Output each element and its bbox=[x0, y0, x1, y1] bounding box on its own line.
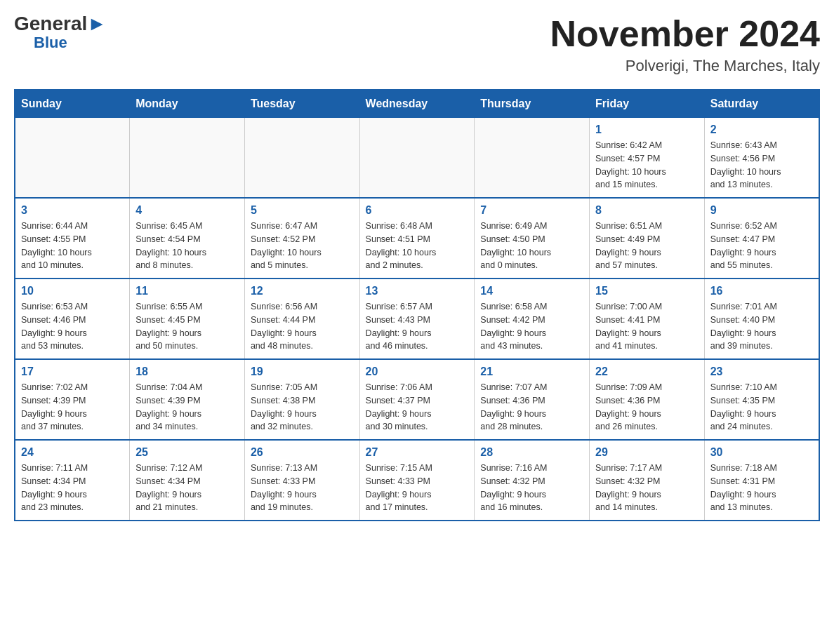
day-info: Sunrise: 7:04 AM Sunset: 4:39 PM Dayligh… bbox=[135, 381, 239, 434]
calendar-cell: 11Sunrise: 6:55 AM Sunset: 4:45 PM Dayli… bbox=[130, 279, 245, 359]
day-number: 21 bbox=[480, 365, 583, 378]
calendar-header-row: SundayMondayTuesdayWednesdayThursdayFrid… bbox=[15, 90, 819, 118]
day-number: 29 bbox=[595, 446, 699, 459]
day-info: Sunrise: 6:52 AM Sunset: 4:47 PM Dayligh… bbox=[710, 220, 813, 272]
calendar-cell: 26Sunrise: 7:13 AM Sunset: 4:33 PM Dayli… bbox=[244, 440, 359, 521]
day-of-week-header: Wednesday bbox=[359, 90, 475, 118]
calendar-cell: 14Sunrise: 6:58 AM Sunset: 4:42 PM Dayli… bbox=[475, 279, 590, 359]
calendar-cell: 19Sunrise: 7:05 AM Sunset: 4:38 PM Dayli… bbox=[244, 359, 359, 440]
day-number: 10 bbox=[21, 285, 124, 297]
day-of-week-header: Sunday bbox=[15, 90, 130, 118]
calendar-cell: 30Sunrise: 7:18 AM Sunset: 4:31 PM Dayli… bbox=[704, 440, 819, 521]
day-info: Sunrise: 6:44 AM Sunset: 4:55 PM Dayligh… bbox=[21, 220, 124, 272]
day-number: 7 bbox=[480, 204, 583, 217]
day-info: Sunrise: 7:11 AM Sunset: 4:34 PM Dayligh… bbox=[21, 462, 124, 514]
calendar-cell: 23Sunrise: 7:10 AM Sunset: 4:35 PM Dayli… bbox=[704, 359, 819, 440]
calendar-cell: 17Sunrise: 7:02 AM Sunset: 4:39 PM Dayli… bbox=[15, 359, 130, 440]
day-info: Sunrise: 7:12 AM Sunset: 4:34 PM Dayligh… bbox=[135, 462, 239, 514]
day-number: 11 bbox=[135, 285, 239, 297]
day-number: 1 bbox=[595, 123, 699, 136]
calendar-cell: 27Sunrise: 7:15 AM Sunset: 4:33 PM Dayli… bbox=[359, 440, 475, 521]
calendar-cell: 21Sunrise: 7:07 AM Sunset: 4:36 PM Dayli… bbox=[475, 359, 590, 440]
day-number: 16 bbox=[710, 285, 813, 297]
calendar-cell: 3Sunrise: 6:44 AM Sunset: 4:55 PM Daylig… bbox=[15, 198, 130, 279]
day-number: 17 bbox=[21, 365, 124, 378]
day-number: 18 bbox=[135, 365, 239, 378]
calendar-week-row: 1Sunrise: 6:42 AM Sunset: 4:57 PM Daylig… bbox=[15, 118, 819, 199]
calendar-cell: 22Sunrise: 7:09 AM Sunset: 4:36 PM Dayli… bbox=[590, 359, 705, 440]
day-info: Sunrise: 6:48 AM Sunset: 4:51 PM Dayligh… bbox=[366, 220, 469, 272]
calendar-cell bbox=[475, 118, 590, 199]
day-number: 2 bbox=[710, 123, 813, 136]
calendar-week-row: 3Sunrise: 6:44 AM Sunset: 4:55 PM Daylig… bbox=[15, 198, 819, 279]
day-info: Sunrise: 6:43 AM Sunset: 4:56 PM Dayligh… bbox=[710, 139, 813, 192]
logo: General► Blue bbox=[14, 14, 107, 52]
day-info: Sunrise: 6:51 AM Sunset: 4:49 PM Dayligh… bbox=[595, 220, 699, 272]
day-number: 23 bbox=[710, 365, 813, 378]
day-number: 4 bbox=[135, 204, 239, 217]
day-info: Sunrise: 6:57 AM Sunset: 4:43 PM Dayligh… bbox=[366, 300, 469, 353]
calendar-cell bbox=[244, 118, 359, 199]
page-header: General► Blue November 2024 Polverigi, T… bbox=[14, 14, 820, 75]
day-of-week-header: Tuesday bbox=[244, 90, 359, 118]
calendar-cell: 20Sunrise: 7:06 AM Sunset: 4:37 PM Dayli… bbox=[359, 359, 475, 440]
day-number: 20 bbox=[366, 365, 469, 378]
day-info: Sunrise: 6:53 AM Sunset: 4:46 PM Dayligh… bbox=[21, 300, 124, 353]
calendar-cell bbox=[359, 118, 475, 199]
day-number: 13 bbox=[366, 285, 469, 297]
calendar-cell: 13Sunrise: 6:57 AM Sunset: 4:43 PM Dayli… bbox=[359, 279, 475, 359]
day-info: Sunrise: 7:01 AM Sunset: 4:40 PM Dayligh… bbox=[710, 300, 813, 353]
calendar-cell: 12Sunrise: 6:56 AM Sunset: 4:44 PM Dayli… bbox=[244, 279, 359, 359]
day-number: 3 bbox=[21, 204, 124, 217]
calendar-cell: 16Sunrise: 7:01 AM Sunset: 4:40 PM Dayli… bbox=[704, 279, 819, 359]
day-number: 9 bbox=[710, 204, 813, 217]
day-number: 22 bbox=[595, 365, 699, 378]
calendar-cell: 1Sunrise: 6:42 AM Sunset: 4:57 PM Daylig… bbox=[590, 118, 705, 199]
calendar-cell bbox=[15, 118, 130, 199]
day-info: Sunrise: 6:58 AM Sunset: 4:42 PM Dayligh… bbox=[480, 300, 583, 353]
day-info: Sunrise: 7:13 AM Sunset: 4:33 PM Dayligh… bbox=[251, 462, 354, 514]
title-section: November 2024 Polverigi, The Marches, It… bbox=[550, 14, 820, 75]
logo-general-text: General► bbox=[14, 14, 107, 34]
day-info: Sunrise: 7:07 AM Sunset: 4:36 PM Dayligh… bbox=[480, 381, 583, 434]
calendar-cell bbox=[130, 118, 245, 199]
day-of-week-header: Monday bbox=[130, 90, 245, 118]
day-number: 8 bbox=[595, 204, 699, 217]
day-info: Sunrise: 7:05 AM Sunset: 4:38 PM Dayligh… bbox=[251, 381, 354, 434]
calendar-cell: 8Sunrise: 6:51 AM Sunset: 4:49 PM Daylig… bbox=[590, 198, 705, 279]
day-info: Sunrise: 6:49 AM Sunset: 4:50 PM Dayligh… bbox=[480, 220, 583, 272]
calendar-cell: 6Sunrise: 6:48 AM Sunset: 4:51 PM Daylig… bbox=[359, 198, 475, 279]
calendar-week-row: 24Sunrise: 7:11 AM Sunset: 4:34 PM Dayli… bbox=[15, 440, 819, 521]
day-info: Sunrise: 6:45 AM Sunset: 4:54 PM Dayligh… bbox=[135, 220, 239, 272]
calendar-cell: 18Sunrise: 7:04 AM Sunset: 4:39 PM Dayli… bbox=[130, 359, 245, 440]
calendar-cell: 7Sunrise: 6:49 AM Sunset: 4:50 PM Daylig… bbox=[475, 198, 590, 279]
day-number: 12 bbox=[251, 285, 354, 297]
day-number: 19 bbox=[251, 365, 354, 378]
day-number: 5 bbox=[251, 204, 354, 217]
day-number: 6 bbox=[366, 204, 469, 217]
day-info: Sunrise: 7:09 AM Sunset: 4:36 PM Dayligh… bbox=[595, 381, 699, 434]
day-info: Sunrise: 7:02 AM Sunset: 4:39 PM Dayligh… bbox=[21, 381, 124, 434]
day-info: Sunrise: 6:56 AM Sunset: 4:44 PM Dayligh… bbox=[251, 300, 354, 353]
calendar-table: SundayMondayTuesdayWednesdayThursdayFrid… bbox=[14, 89, 820, 521]
month-title: November 2024 bbox=[550, 14, 820, 54]
day-info: Sunrise: 7:00 AM Sunset: 4:41 PM Dayligh… bbox=[595, 300, 699, 353]
calendar-cell: 29Sunrise: 7:17 AM Sunset: 4:32 PM Dayli… bbox=[590, 440, 705, 521]
day-of-week-header: Thursday bbox=[475, 90, 590, 118]
calendar-cell: 9Sunrise: 6:52 AM Sunset: 4:47 PM Daylig… bbox=[704, 198, 819, 279]
logo-blue-text: Blue bbox=[34, 34, 67, 52]
calendar-cell: 5Sunrise: 6:47 AM Sunset: 4:52 PM Daylig… bbox=[244, 198, 359, 279]
day-info: Sunrise: 7:18 AM Sunset: 4:31 PM Dayligh… bbox=[710, 462, 813, 514]
day-info: Sunrise: 7:16 AM Sunset: 4:32 PM Dayligh… bbox=[480, 462, 583, 514]
calendar-cell: 28Sunrise: 7:16 AM Sunset: 4:32 PM Dayli… bbox=[475, 440, 590, 521]
day-info: Sunrise: 6:47 AM Sunset: 4:52 PM Dayligh… bbox=[251, 220, 354, 272]
day-number: 27 bbox=[366, 446, 469, 459]
day-number: 14 bbox=[480, 285, 583, 297]
calendar-cell: 10Sunrise: 6:53 AM Sunset: 4:46 PM Dayli… bbox=[15, 279, 130, 359]
calendar-week-row: 17Sunrise: 7:02 AM Sunset: 4:39 PM Dayli… bbox=[15, 359, 819, 440]
day-info: Sunrise: 7:17 AM Sunset: 4:32 PM Dayligh… bbox=[595, 462, 699, 514]
day-info: Sunrise: 7:06 AM Sunset: 4:37 PM Dayligh… bbox=[366, 381, 469, 434]
calendar-cell: 24Sunrise: 7:11 AM Sunset: 4:34 PM Dayli… bbox=[15, 440, 130, 521]
calendar-cell: 4Sunrise: 6:45 AM Sunset: 4:54 PM Daylig… bbox=[130, 198, 245, 279]
day-info: Sunrise: 6:55 AM Sunset: 4:45 PM Dayligh… bbox=[135, 300, 239, 353]
